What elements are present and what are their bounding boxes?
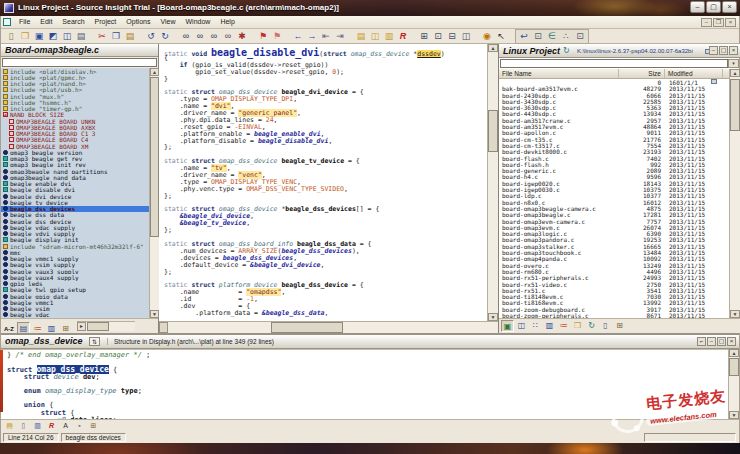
relation-graph-icon[interactable]: ∴ [559, 30, 573, 43]
jump-callee-icon[interactable]: ⇥ [333, 30, 347, 43]
highlight-word-icon[interactable]: ◉ [480, 30, 494, 43]
find-icon[interactable]: ∞ [179, 30, 193, 43]
split-view-icon[interactable]: ◫ [515, 320, 528, 332]
menu-project[interactable]: Project [90, 18, 122, 25]
file-list[interactable]: 01601/1/1bak-board-am3517evm.c482792013/… [499, 79, 729, 318]
close-button[interactable]: × [722, 1, 737, 13]
mdi-restore-button[interactable]: ❐ [713, 18, 724, 27]
open-icon[interactable]: ❒ [18, 30, 32, 43]
panel-close-button[interactable]: × [729, 46, 738, 55]
sort-files-icon[interactable]: ≔ [557, 320, 570, 332]
scroll-thumb[interactable] [730, 79, 740, 131]
splitter-grip[interactable] [159, 322, 168, 333]
panel-dock-button[interactable]: ⌐ [697, 337, 706, 346]
scroll-down-icon[interactable]: ▼ [730, 310, 740, 318]
panel-close-button[interactable]: × [727, 337, 736, 346]
print-icon[interactable]: ▤ [74, 30, 88, 43]
new-file-icon[interactable]: ▯ [4, 30, 18, 43]
code-horizontal-scrollbar[interactable]: ◄ ► [159, 321, 498, 333]
symbol-list[interactable]: include <plat/display.h>include <plat/gp… [1, 68, 149, 318]
file-list-scrollbar[interactable]: ▲ ▼ [729, 69, 740, 318]
find-prev-icon[interactable]: ∞ [193, 30, 207, 43]
project-options-icon[interactable]: ⊞ [613, 320, 626, 332]
column-size[interactable]: Size [619, 69, 665, 78]
back-icon[interactable]: ← [291, 30, 305, 43]
menu-help[interactable]: Help [215, 18, 239, 25]
sync-files-icon[interactable]: ↻ [585, 320, 598, 332]
scroll-up-icon[interactable]: ▲ [488, 44, 498, 52]
paste-icon[interactable]: ▤ [123, 30, 137, 43]
scroll-down-icon[interactable]: ▼ [150, 310, 159, 318]
script-icon[interactable]: R [396, 30, 410, 43]
symbol-list-scrollbar[interactable]: ▲ ▼ [149, 68, 159, 318]
menu-edit[interactable]: Edit [35, 18, 57, 25]
panel-maximize-button[interactable]: ▢ [717, 337, 726, 346]
tile-windows-icon[interactable]: ⊞ [417, 30, 431, 43]
forward-icon[interactable]: → [305, 30, 319, 43]
scroll-thumb[interactable] [87, 322, 109, 331]
jump-caller-icon[interactable]: ⇤ [319, 30, 333, 43]
activate-context-icon[interactable]: ⊡ [531, 30, 545, 43]
maximize-button[interactable]: ▢ [706, 1, 721, 13]
cascade-windows-icon[interactable]: ◫ [459, 30, 473, 43]
menu-options[interactable]: Options [121, 18, 155, 25]
menu-window[interactable]: Window [181, 18, 216, 25]
save-as-icon[interactable]: ◩ [46, 30, 60, 43]
context-props-icon[interactable]: ⊞ [87, 421, 100, 431]
column-file-name[interactable]: File Name [499, 69, 619, 78]
mdi-minimize-button[interactable]: – [701, 18, 712, 27]
symbol-filter-input[interactable] [2, 58, 157, 67]
scroll-right-icon[interactable]: ► [77, 322, 86, 331]
scroll-thumb[interactable] [729, 358, 739, 376]
context-browse-icon[interactable]: ▥ [31, 421, 44, 431]
context-mode-icon[interactable]: ▤ [3, 421, 16, 431]
menu-search[interactable]: Search [57, 18, 89, 25]
calltip-icon[interactable]: ▤ [354, 30, 368, 43]
panel-minimize-button[interactable]: – [707, 337, 716, 346]
undo-icon[interactable]: ↺ [144, 30, 158, 43]
menu-file[interactable]: File [14, 18, 35, 25]
scroll-thumb[interactable] [488, 110, 498, 152]
find-in-files-icon[interactable]: ∞ [221, 30, 235, 43]
context-lock-icon[interactable]: ▪ [73, 421, 86, 431]
project-filter-input[interactable] [500, 59, 728, 68]
file-list-view-icon[interactable]: ▣ [501, 320, 514, 332]
context-script-icon[interactable]: R [45, 421, 58, 431]
project-sync-icon[interactable]: ↻ [563, 46, 570, 55]
scroll-up-icon[interactable]: ▲ [150, 68, 159, 76]
toggle-bookmark-icon[interactable]: ⚑ [256, 30, 270, 43]
context-window-icon[interactable]: ◫ [368, 30, 382, 43]
save-icon[interactable]: ▣ [32, 30, 46, 43]
code-vertical-scrollbar[interactable]: ▲ ▼ [487, 44, 498, 321]
redo-icon[interactable]: ↻ [158, 30, 172, 43]
project-filter-dropdown[interactable]: ▾ [728, 59, 739, 68]
replace-icon[interactable]: ✱ [235, 30, 249, 43]
small-icon-view-icon[interactable]: ∷ [529, 320, 542, 332]
activate-relation-icon[interactable]: ⊡ [573, 30, 587, 43]
column-modified[interactable]: Modified [665, 69, 723, 78]
symbol-hscrollbar[interactable]: ◄ ► [77, 321, 135, 331]
scroll-up-icon[interactable]: ▲ [729, 349, 739, 357]
code-editor[interactable]: static void beagle_disable_dvi(struct om… [159, 44, 487, 321]
context-relation-icon[interactable]: ⇅ [89, 337, 100, 346]
minimize-button[interactable]: – [690, 1, 705, 13]
scroll-up-icon[interactable]: ▲ [730, 69, 740, 77]
az-sort-button[interactable]: A-Z [4, 326, 14, 332]
copy-icon[interactable]: ❐ [109, 30, 123, 43]
open-project-icon[interactable]: ❒ [571, 320, 584, 332]
mdi-close-button[interactable]: × [725, 18, 736, 27]
scroll-thumb[interactable] [271, 322, 343, 333]
panel-maximize-button[interactable]: ▢ [719, 46, 728, 55]
scroll-thumb[interactable] [150, 77, 159, 237]
help-pointer-icon[interactable]: ↖ [494, 30, 508, 43]
context-doc-icon[interactable]: ▯ [17, 421, 30, 431]
menu-view[interactable]: View [155, 18, 180, 25]
symbol-item[interactable]: include "sdram-micron-mt46h32m32lf-6" [1, 243, 149, 249]
relation-window-icon[interactable]: ▥ [382, 30, 396, 43]
project-symbol-icon[interactable]: ∈ [545, 30, 559, 43]
browse-files-icon[interactable]: ▥ [543, 320, 556, 332]
nav-back-icon[interactable]: ↩ [517, 30, 531, 43]
scroll-down-icon[interactable]: ▼ [488, 313, 498, 321]
one-window-icon[interactable]: ⊡ [431, 30, 445, 43]
save-all-icon[interactable]: ◫ [60, 30, 74, 43]
